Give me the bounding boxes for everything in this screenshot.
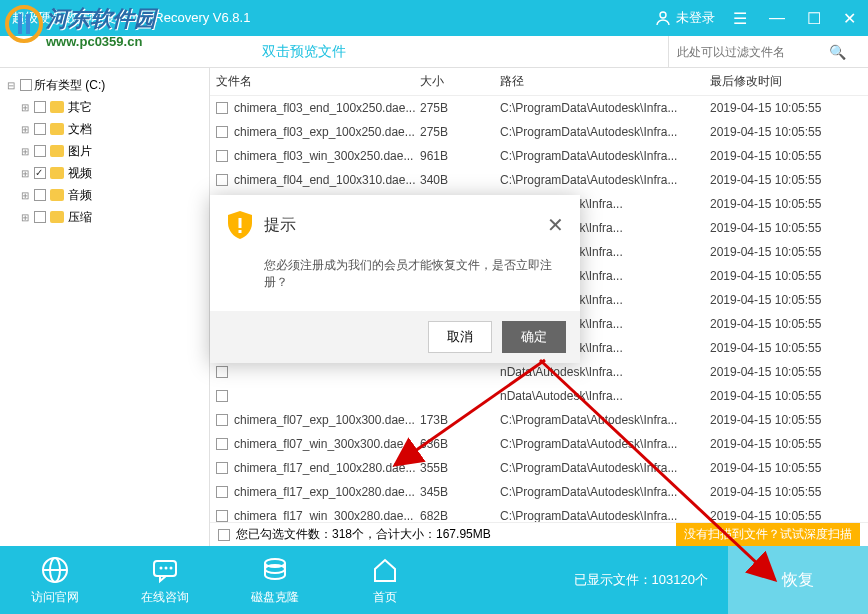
table-row[interactable]: chimera_fl17_win_300x280.dae...682BC:\Pr… bbox=[210, 504, 868, 522]
dialog-close-button[interactable]: ✕ bbox=[547, 213, 564, 237]
bottom-clone-button[interactable]: 磁盘克隆 bbox=[220, 555, 330, 606]
deep-scan-button[interactable]: 没有扫描到文件？试试深度扫描 bbox=[676, 523, 860, 546]
table-row[interactable]: nData\Autodesk\Infra...2019-04-15 10:05:… bbox=[210, 360, 868, 384]
toolbar: 双击预览文件 🔍 bbox=[0, 36, 868, 68]
bottom-site-button[interactable]: 访问官网 bbox=[0, 555, 110, 606]
table-row[interactable]: chimera_fl03_end_100x250.dae...275BC:\Pr… bbox=[210, 96, 868, 120]
col-date[interactable]: 最后修改时间 bbox=[710, 73, 868, 90]
recover-button[interactable]: 恢复 bbox=[728, 546, 868, 614]
tree-item[interactable]: ⊞其它 bbox=[4, 96, 205, 118]
tree-item[interactable]: ⊞视频 bbox=[4, 162, 205, 184]
tree-item[interactable]: ⊞图片 bbox=[4, 140, 205, 162]
tree-root[interactable]: ⊟ 所有类型 (C:) bbox=[4, 74, 205, 96]
filter-input[interactable] bbox=[669, 45, 829, 59]
user-icon bbox=[655, 10, 671, 26]
svg-point-3 bbox=[660, 12, 666, 18]
titlebar: 超级硬盘数据恢复 SuperRecovery V6.8.1 未登录 ☰ — ☐ … bbox=[0, 0, 868, 36]
filter-box: 🔍 bbox=[668, 36, 868, 67]
bottom-chat-button[interactable]: 在线咨询 bbox=[110, 555, 220, 606]
table-row[interactable]: chimera_fl04_end_100x310.dae...340BC:\Pr… bbox=[210, 168, 868, 192]
login-status[interactable]: 未登录 bbox=[655, 9, 715, 27]
dialog-message: 您必须注册成为我们的会员才能恢复文件，是否立即注册？ bbox=[210, 249, 580, 311]
tree-item[interactable]: ⊞压缩 bbox=[4, 206, 205, 228]
svg-rect-13 bbox=[239, 218, 242, 228]
grid-header: 文件名 大小 路径 最后修改时间 bbox=[210, 68, 868, 96]
table-row[interactable]: chimera_fl17_exp_100x280.dae...345BC:\Pr… bbox=[210, 480, 868, 504]
shown-count: 已显示文件：103120个 bbox=[440, 571, 728, 589]
col-path[interactable]: 路径 bbox=[500, 73, 710, 90]
status-line: 您已勾选文件数：318个，合计大小：167.95MB 没有扫描到文件？试试深度扫… bbox=[210, 522, 868, 546]
table-row[interactable]: chimera_fl03_exp_100x250.dae...275BC:\Pr… bbox=[210, 120, 868, 144]
select-all-checkbox[interactable] bbox=[218, 529, 230, 541]
table-row[interactable]: chimera_fl07_win_300x300.dae...636BC:\Pr… bbox=[210, 432, 868, 456]
maximize-button[interactable]: ☐ bbox=[807, 9, 821, 28]
shield-icon bbox=[226, 209, 254, 241]
selection-summary: 您已勾选文件数：318个，合计大小：167.95MB bbox=[236, 526, 491, 543]
col-name[interactable]: 文件名 bbox=[210, 73, 420, 90]
bottom-bar: 访问官网在线咨询磁盘克隆首页 已显示文件：103120个 恢复 bbox=[0, 546, 868, 614]
tree-item[interactable]: ⊞音频 bbox=[4, 184, 205, 206]
search-icon[interactable]: 🔍 bbox=[829, 44, 854, 60]
col-size[interactable]: 大小 bbox=[420, 73, 500, 90]
sidebar: ⊟ 所有类型 (C:) ⊞其它⊞文档⊞图片⊞视频⊞音频⊞压缩 bbox=[0, 68, 210, 546]
svg-point-8 bbox=[160, 566, 163, 569]
close-button[interactable]: ✕ bbox=[843, 9, 856, 28]
tree-item[interactable]: ⊞文档 bbox=[4, 118, 205, 140]
menu-icon[interactable]: ☰ bbox=[733, 9, 747, 28]
svg-rect-14 bbox=[239, 230, 242, 233]
minimize-button[interactable]: — bbox=[769, 9, 785, 27]
register-dialog: 提示 ✕ 您必须注册成为我们的会员才能恢复文件，是否立即注册？ 取消 确定 bbox=[210, 195, 580, 363]
preview-hint: 双击预览文件 bbox=[0, 43, 668, 61]
table-row[interactable]: chimera_fl03_win_300x250.dae...961BC:\Pr… bbox=[210, 144, 868, 168]
bottom-home-button[interactable]: 首页 bbox=[330, 555, 440, 606]
svg-point-9 bbox=[165, 566, 168, 569]
dialog-cancel-button[interactable]: 取消 bbox=[428, 321, 492, 353]
table-row[interactable]: chimera_fl07_exp_100x300.dae...173BC:\Pr… bbox=[210, 408, 868, 432]
table-row[interactable]: chimera_fl17_end_100x280.dae...355BC:\Pr… bbox=[210, 456, 868, 480]
app-title: 超级硬盘数据恢复 SuperRecovery V6.8.1 bbox=[12, 9, 655, 27]
dialog-ok-button[interactable]: 确定 bbox=[502, 321, 566, 353]
dialog-title: 提示 bbox=[264, 215, 296, 236]
table-row[interactable]: nData\Autodesk\Infra...2019-04-15 10:05:… bbox=[210, 384, 868, 408]
svg-point-10 bbox=[170, 566, 173, 569]
